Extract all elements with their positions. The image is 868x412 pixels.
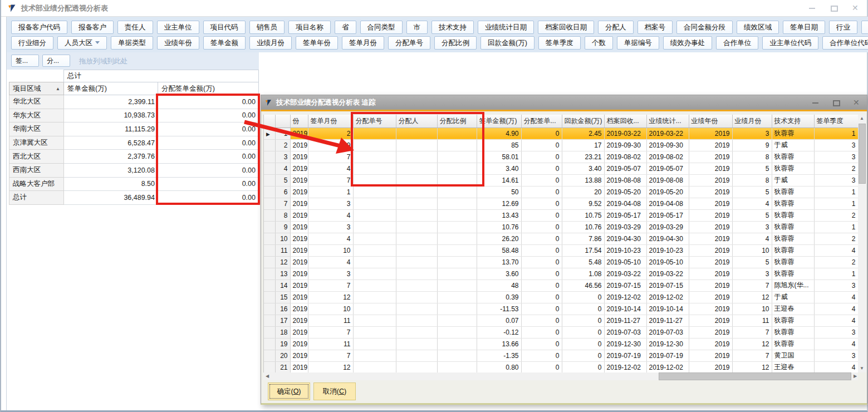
grid-cell[interactable]: 2019-08-02 xyxy=(604,151,646,163)
grid-cell[interactable]: 4 xyxy=(814,315,858,326)
grid-cell[interactable]: 50 xyxy=(477,186,521,198)
grid-cell[interactable]: 13.66 xyxy=(477,338,521,350)
grid-cell[interactable]: 0 xyxy=(562,326,604,338)
grid-cell[interactable]: 12 xyxy=(308,291,353,303)
grid-cell[interactable]: 2019-07-15 xyxy=(646,279,689,291)
grid-cell[interactable]: 0 xyxy=(521,174,562,186)
grid-cell[interactable]: -0.12 xyxy=(477,326,521,338)
grid-cell[interactable]: 7 xyxy=(308,350,353,361)
grid-cell[interactable] xyxy=(353,209,396,221)
grid-cell[interactable]: 0 xyxy=(521,279,562,291)
grid-row[interactable]: 220199850172019-09-302019-09-3020199于威3 xyxy=(264,139,858,151)
grid-cell[interactable] xyxy=(396,127,437,139)
grid-cell[interactable]: 11 xyxy=(308,338,353,350)
grid-cell[interactable]: 5 xyxy=(732,256,772,268)
grid-column-header[interactable]: 业绩统计... xyxy=(646,115,689,127)
grid-cell[interactable]: 2019 xyxy=(689,268,732,279)
field-button[interactable]: 合同类型 xyxy=(360,21,403,34)
pivot-value-cell[interactable]: 0.00 xyxy=(158,177,259,191)
grid-cell[interactable]: 2019 xyxy=(689,186,732,198)
grid-cell[interactable]: 2019-05-17 xyxy=(646,209,689,221)
grid-cell[interactable]: 2019 xyxy=(689,127,732,139)
field-button[interactable]: 报备客户代码 xyxy=(11,21,67,34)
grid-cell[interactable]: 1 xyxy=(814,268,858,279)
field-button[interactable]: 业主单位 xyxy=(157,21,199,34)
grid-cell[interactable]: 2019 xyxy=(290,291,308,303)
field-button[interactable]: 合作单位 xyxy=(716,36,758,50)
grid-cell[interactable]: 3 xyxy=(814,139,858,151)
grid-column-header[interactable]: 签单季度 xyxy=(814,115,858,127)
grid-cell[interactable]: 2019-03-22 xyxy=(604,268,646,279)
grid-cell[interactable]: 2019-08-08 xyxy=(646,174,689,186)
grid-cell[interactable]: 0 xyxy=(521,244,562,256)
grid-cell[interactable]: 14.61 xyxy=(477,174,521,186)
grid-cell[interactable]: 0 xyxy=(521,209,562,221)
grid-cell[interactable]: 2019-03-29 xyxy=(604,221,646,233)
grid-cell[interactable]: 2019 xyxy=(689,163,732,174)
grid-cell[interactable]: 5 xyxy=(732,163,772,174)
pivot-value-cell[interactable]: 0.00 xyxy=(158,150,259,164)
grid-cell[interactable]: 2019 xyxy=(689,315,732,326)
pivot-value-cell[interactable]: 0.00 xyxy=(158,109,259,122)
grid-cell[interactable]: -11.53 xyxy=(477,303,521,315)
grid-cell[interactable]: 2019 xyxy=(689,244,732,256)
grid-cell[interactable] xyxy=(396,139,437,151)
grid-cell[interactable]: 10 xyxy=(732,244,772,256)
grid-cell[interactable]: 狄蓉蓉 xyxy=(772,268,814,279)
grid-cell[interactable]: 3 xyxy=(732,268,772,279)
pivot-value-cell[interactable]: 2,399.11 xyxy=(64,95,158,109)
grid-cell[interactable]: 10.76 xyxy=(562,221,604,233)
scroll-left-icon[interactable] xyxy=(263,372,271,380)
grid-cell[interactable]: 7.86 xyxy=(562,233,604,244)
grid-cell[interactable] xyxy=(353,326,396,338)
field-button[interactable]: 省 xyxy=(335,21,356,34)
grid-cell[interactable]: 1 xyxy=(814,186,858,198)
grid-cell[interactable]: 11 xyxy=(308,315,353,326)
grid-cell[interactable]: 陈旭东(华... xyxy=(772,279,814,291)
grid-cell[interactable]: 7 xyxy=(732,279,772,291)
grid-cell[interactable]: 10 xyxy=(732,303,772,315)
grid-cell[interactable]: 2019-05-20 xyxy=(646,186,689,198)
row-number-cell[interactable]: 11 xyxy=(275,244,290,256)
grid-cell[interactable] xyxy=(396,303,437,315)
grid-cell[interactable]: 3 xyxy=(814,174,858,186)
grid-cell[interactable]: 狄蓉蓉 xyxy=(772,315,814,326)
grid-cell[interactable]: 4 xyxy=(814,338,858,350)
grid-cell[interactable]: 2019-12-30 xyxy=(604,338,646,350)
maximize-icon[interactable] xyxy=(830,4,837,12)
grid-cell[interactable]: 7 xyxy=(732,350,772,361)
grid-cell[interactable]: 狄蓉蓉 xyxy=(772,338,814,350)
grid-cell[interactable]: 2019 xyxy=(290,256,308,268)
grid-cell[interactable]: 17.54 xyxy=(562,244,604,256)
grid-cell[interactable] xyxy=(396,233,437,244)
grid-cell[interactable]: 2019-07-19 xyxy=(604,350,646,361)
grid-cell[interactable]: 狄蓉蓉 xyxy=(772,151,814,163)
grid-column-header[interactable]: 分配人 xyxy=(396,115,437,127)
grid-cell[interactable] xyxy=(396,209,437,221)
grid-cell[interactable]: 2019-03-22 xyxy=(646,268,689,279)
row-number-cell[interactable]: 6 xyxy=(275,186,290,198)
grid-cell[interactable]: 2019-10-14 xyxy=(604,303,646,315)
grid-cell[interactable]: 1 xyxy=(814,198,858,209)
grid-cell[interactable]: 0 xyxy=(521,268,562,279)
scroll-up-icon[interactable] xyxy=(858,115,866,122)
grid-column-header[interactable]: 分配比例 xyxy=(437,115,477,127)
grid-cell[interactable]: 4 xyxy=(732,233,772,244)
row-number-cell[interactable]: 21 xyxy=(275,361,290,372)
grid-cell[interactable] xyxy=(437,338,477,350)
row-number-cell[interactable]: 3 xyxy=(275,151,290,163)
field-button[interactable]: 项目代码 xyxy=(203,21,246,34)
field-button[interactable]: 单据类型 xyxy=(111,36,153,50)
field-button[interactable]: 签单金额 xyxy=(203,36,246,50)
grid-cell[interactable]: 2019-07-03 xyxy=(604,326,646,338)
grid-cell[interactable]: 2019 xyxy=(689,174,732,186)
grid-cell[interactable] xyxy=(437,361,477,372)
grid-cell[interactable] xyxy=(353,350,396,361)
grid-cell[interactable] xyxy=(353,139,396,151)
field-button[interactable]: 签单年份 xyxy=(296,36,338,50)
grid-cell[interactable]: 13.70 xyxy=(477,256,521,268)
grid-cell[interactable]: 狄蓉蓉 xyxy=(772,127,814,139)
grid-cell[interactable] xyxy=(353,279,396,291)
grid-cell[interactable]: 0.39 xyxy=(477,291,521,303)
grid-cell[interactable]: 4 xyxy=(814,303,858,315)
